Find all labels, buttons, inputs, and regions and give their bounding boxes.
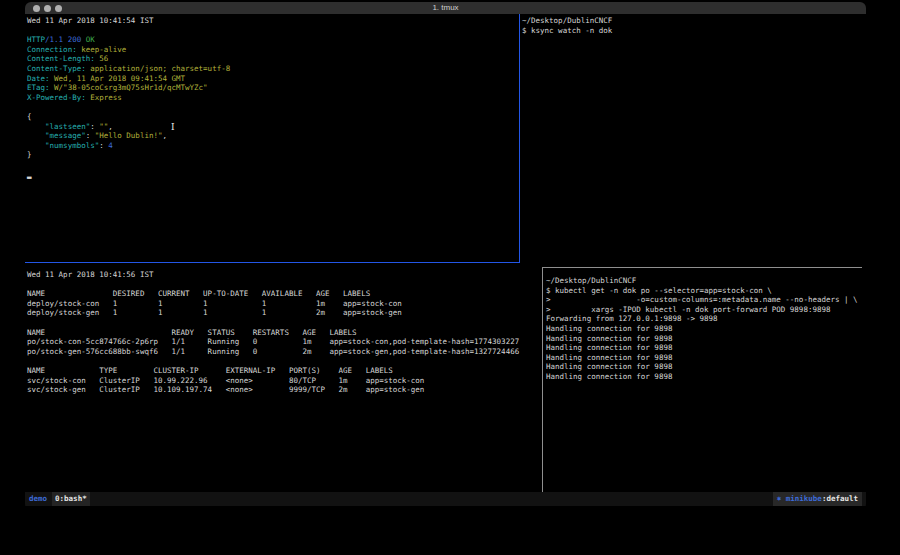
terminal-line bbox=[27, 356, 542, 366]
terminal-line: Handling connection for 9898 bbox=[546, 353, 866, 363]
terminal-line: Handling connection for 9898 bbox=[546, 362, 866, 372]
terminal-line: Wed 11 Apr 2018 10:41:56 IST bbox=[27, 270, 542, 280]
terminal-line bbox=[27, 102, 519, 112]
terminal-line: ETag: W/"38-05coCsrg3mQ75sHr1d/qcMTwYZc" bbox=[27, 83, 519, 93]
minimize-button[interactable] bbox=[44, 5, 51, 12]
tmux-status-bar: demo 0:bash* ⎈ minikube:default bbox=[25, 492, 866, 506]
terminal-line: deploy/stock-con 1 1 1 1 1m app=stock-co… bbox=[27, 299, 542, 309]
terminal-line: Handling connection for 9898 bbox=[546, 372, 866, 382]
terminal-line: HTTP/1.1 200 OK bbox=[27, 35, 519, 45]
terminal-line bbox=[27, 318, 542, 328]
kube-context: minikube bbox=[786, 494, 822, 503]
mouse-text-cursor: I bbox=[171, 123, 175, 132]
window-tab-bash[interactable]: 0:bash* bbox=[52, 492, 90, 506]
terminal-line: > xargs -IPOD kubectl -n dok port-forwar… bbox=[546, 305, 866, 315]
kube-namespace: :default bbox=[822, 494, 858, 503]
terminal-line: { bbox=[27, 112, 519, 122]
terminal-line: Handling connection for 9898 bbox=[546, 324, 866, 334]
window-titlebar: 1. tmux bbox=[25, 2, 866, 14]
terminal-line: "numsymbols": 4 bbox=[27, 141, 519, 151]
terminal-line bbox=[27, 26, 519, 36]
pane-http-response[interactable]: Wed 11 Apr 2018 10:41:54 IST HTTP/1.1 20… bbox=[25, 14, 519, 262]
terminal-line: svc/stock-gen ClusterIP 10.109.197.74 <n… bbox=[27, 385, 542, 395]
terminal-line: "lastseen": "", bbox=[27, 122, 519, 132]
terminal-line: NAME TYPE CLUSTER-IP EXTERNAL-IP PORT(S)… bbox=[27, 366, 542, 376]
terminal-line: Wed 11 Apr 2018 10:41:54 IST bbox=[27, 16, 519, 26]
terminal-line: NAME DESIRED CURRENT UP-TO-DATE AVAILABL… bbox=[27, 289, 542, 299]
terminal-line: "message": "Hello Dublin!", bbox=[27, 131, 519, 141]
terminal-line: Content-Type: application/json; charset=… bbox=[27, 64, 519, 74]
pane-divider-horizontal-active[interactable] bbox=[25, 262, 520, 263]
terminal-line: ~/Desktop/DublinCNCF bbox=[522, 16, 866, 26]
terminal-line: Handling connection for 9898 bbox=[546, 343, 866, 353]
terminal-line: $ ksync watch -n dok bbox=[522, 26, 866, 36]
terminal-line: deploy/stock-gen 1 1 1 1 2m app=stock-ge… bbox=[27, 308, 542, 318]
close-button[interactable] bbox=[33, 5, 40, 12]
status-left: demo 0:bash* bbox=[25, 492, 90, 506]
session-name: demo bbox=[29, 492, 47, 506]
terminal-line: ▂ bbox=[27, 170, 519, 180]
window-title: 1. tmux bbox=[25, 2, 866, 14]
zoom-button[interactable] bbox=[55, 5, 62, 12]
pane-divider-vertical[interactable] bbox=[542, 267, 543, 492]
terminal-line: Forwarding from 127.0.0.1:9898 -> 9898 bbox=[546, 314, 866, 324]
terminal-line: $ kubectl get -n dok po --selector=app=s… bbox=[546, 286, 866, 296]
pane-ksync-watch[interactable]: ~/Desktop/DublinCNCF$ ksync watch -n dok bbox=[521, 14, 866, 267]
terminal-line bbox=[27, 280, 542, 290]
terminal-line: Content-Length: 56 bbox=[27, 54, 519, 64]
terminal-line: svc/stock-con ClusterIP 10.99.222.96 <no… bbox=[27, 376, 542, 386]
pane-divider-horizontal[interactable] bbox=[542, 267, 862, 268]
pane-port-forward[interactable]: ~/Desktop/DublinCNCF$ kubectl get -n dok… bbox=[543, 268, 866, 492]
terminal-line: } bbox=[27, 150, 519, 160]
terminal-line: > -o=custom-columns=:metadata.name --no-… bbox=[546, 295, 866, 305]
pane-divider-vertical-active[interactable] bbox=[519, 14, 520, 263]
terminal-line: Connection: keep-alive bbox=[27, 45, 519, 55]
terminal-line: po/stock-gen-576cc688bb-swqf6 1/1 Runnin… bbox=[27, 347, 542, 357]
terminal-line: X-Powered-By: Express bbox=[27, 93, 519, 103]
traffic-lights bbox=[33, 2, 62, 14]
terminal-line bbox=[27, 160, 519, 170]
terminal-line: NAME READY STATUS RESTARTS AGE LABELS bbox=[27, 328, 542, 338]
terminal-line: Handling connection for 9898 bbox=[546, 334, 866, 344]
pane-kubectl-resources[interactable]: Wed 11 Apr 2018 10:41:56 IST NAME DESIRE… bbox=[25, 263, 542, 492]
terminal-line: Date: Wed, 11 Apr 2018 09:41:54 GMT bbox=[27, 74, 519, 84]
status-right: ⎈ minikube:default bbox=[773, 492, 862, 506]
terminal-line: ~/Desktop/DublinCNCF bbox=[546, 276, 866, 286]
terminal-line: po/stock-con-5cc874766c-2p6rp 1/1 Runnin… bbox=[27, 337, 542, 347]
kubernetes-helm-icon: ⎈ bbox=[777, 494, 782, 503]
terminal-window: 1. tmux Wed 11 Apr 2018 10:41:54 IST HTT… bbox=[25, 2, 866, 508]
